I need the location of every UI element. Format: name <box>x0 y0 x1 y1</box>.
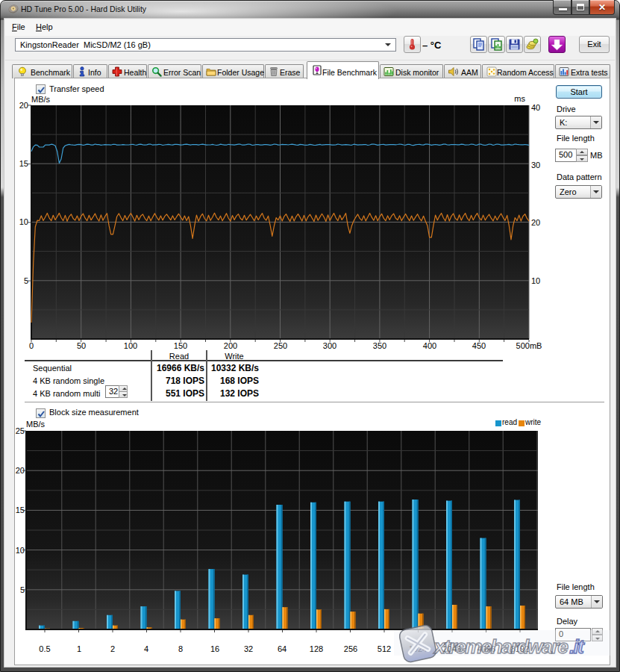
svg-text:.it: .it <box>569 635 585 658</box>
svg-text:xtremehardware: xtremehardware <box>433 635 568 658</box>
